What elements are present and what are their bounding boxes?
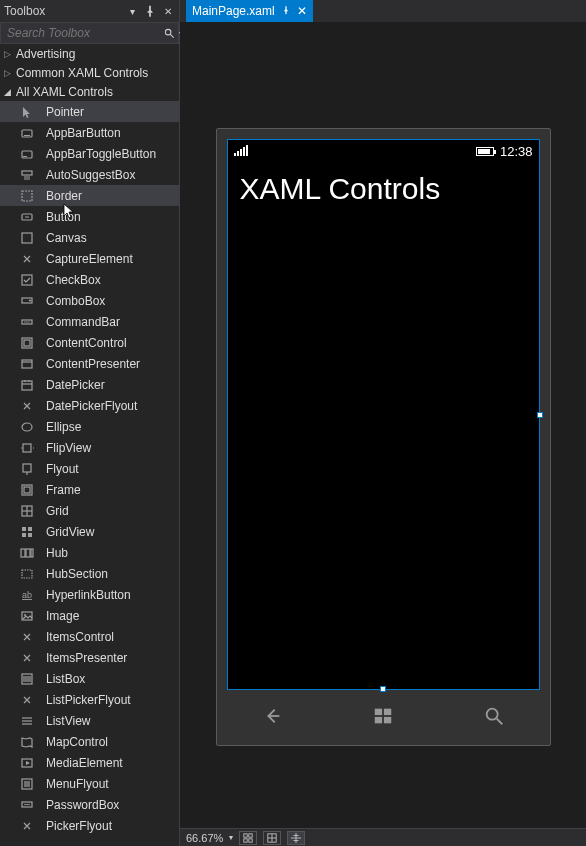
canvas-area[interactable]: 12:38 XAML Controls (180, 22, 586, 828)
ellipse-icon (18, 419, 36, 435)
capture-icon (18, 650, 36, 666)
item-label: ItemsControl (46, 630, 114, 644)
toolbox-item-gridview[interactable]: GridView (0, 521, 179, 542)
toolbox-item-datepickerflyout[interactable]: DatePickerFlyout (0, 395, 179, 416)
item-label: ItemsPresenter (46, 651, 127, 665)
item-label: ListBox (46, 672, 85, 686)
svg-rect-3 (24, 135, 30, 136)
flyout-icon (18, 461, 36, 477)
toolbox-item-canvas[interactable]: Canvas (0, 227, 179, 248)
toolbox-item-captureelement[interactable]: CaptureElement (0, 248, 179, 269)
item-label: Border (46, 189, 82, 203)
item-label: PickerFlyout (46, 819, 112, 833)
category-all-xaml-controls[interactable]: ◢All XAML Controls (0, 82, 179, 101)
svg-rect-68 (249, 833, 252, 836)
back-icon[interactable] (261, 705, 283, 730)
toolbox-item-flyout[interactable]: Flyout (0, 458, 179, 479)
toolbox-item-border[interactable]: Border (0, 185, 179, 206)
svg-point-65 (487, 709, 498, 720)
capture-icon (18, 629, 36, 645)
toolbox-item-image[interactable]: Image (0, 605, 179, 626)
appbarbutton-icon (18, 125, 36, 141)
svg-rect-37 (21, 549, 25, 557)
item-label: Image (46, 609, 79, 623)
toolbox-dropdown-icon[interactable]: ▾ (125, 4, 139, 18)
svg-rect-39 (31, 549, 33, 557)
pin-icon[interactable] (143, 4, 157, 18)
item-label: AutoSuggestBox (46, 168, 135, 182)
toolbox-item-grid[interactable]: Grid (0, 500, 179, 521)
frame-icon (18, 482, 36, 498)
snaplines-toggle-button[interactable] (287, 831, 305, 845)
toolbox-item-hyperlinkbutton[interactable]: abHyperlinkButton (0, 584, 179, 605)
item-label: ListPickerFlyout (46, 693, 131, 707)
combobox-icon (18, 293, 36, 309)
tab-pin-icon[interactable] (281, 5, 291, 17)
phone-screen[interactable]: 12:38 XAML Controls (227, 139, 540, 690)
snap-toggle-button[interactable] (263, 831, 281, 845)
toolbox-item-commandbar[interactable]: CommandBar (0, 311, 179, 332)
toolbox-item-mediaelement[interactable]: MediaElement (0, 752, 179, 773)
toolbox-item-contentcontrol[interactable]: ContentControl (0, 332, 179, 353)
search-nav-icon[interactable] (483, 705, 505, 730)
close-icon[interactable]: ✕ (161, 4, 175, 18)
phone-navbar (217, 690, 550, 745)
toolbox-item-itemspresenter[interactable]: ItemsPresenter (0, 647, 179, 668)
svg-rect-29 (24, 487, 30, 493)
windows-icon[interactable] (372, 705, 394, 730)
toolbox-item-hubsection[interactable]: HubSection (0, 563, 179, 584)
toolbox-item-pickerflyout[interactable]: PickerFlyout (0, 815, 179, 836)
zoom-dropdown-icon[interactable]: ▾ (229, 833, 233, 842)
toolbox-item-mapcontrol[interactable]: MapControl (0, 731, 179, 752)
svg-rect-61 (375, 709, 382, 715)
toolbox-titlebar: Toolbox ▾ ✕ (0, 0, 180, 22)
toolbox-item-appbartogglebutton[interactable]: AppBarToggleButton (0, 143, 179, 164)
item-label: MapControl (46, 735, 108, 749)
autosuggest-icon (18, 167, 36, 183)
toolbox-item-listbox[interactable]: ListBox (0, 668, 179, 689)
toolbox-item-listpickerflyout[interactable]: ListPickerFlyout (0, 689, 179, 710)
svg-point-15 (26, 321, 27, 322)
toolbox-item-datepicker[interactable]: DatePicker (0, 374, 179, 395)
toolbox-item-frame[interactable]: Frame (0, 479, 179, 500)
toolbox-item-checkbox[interactable]: CheckBox (0, 269, 179, 290)
capture-icon (18, 692, 36, 708)
toolbox-item-button[interactable]: Button (0, 206, 179, 227)
grid-toggle-button[interactable] (239, 831, 257, 845)
toolbox-item-itemscontrol[interactable]: ItemsControl (0, 626, 179, 647)
svg-rect-5 (23, 156, 27, 157)
zoom-level[interactable]: 66.67% (186, 832, 223, 844)
toolbox-item-listview[interactable]: ListView (0, 710, 179, 731)
svg-text:ab: ab (22, 590, 32, 600)
toolbox-item-flipview[interactable]: FlipView (0, 437, 179, 458)
item-label: GridView (46, 525, 94, 539)
tab-mainpage[interactable]: MainPage.xaml ✕ (186, 0, 313, 22)
resize-handle[interactable] (537, 412, 543, 418)
toolbox-item-pointer[interactable]: Pointer (0, 101, 179, 122)
svg-rect-27 (23, 464, 31, 472)
toolbox-item-appbarbutton[interactable]: AppBarButton (0, 122, 179, 143)
svg-rect-36 (28, 533, 32, 537)
category-common-xaml-controls[interactable]: ▷Common XAML Controls (0, 63, 179, 82)
toolbox-item-contentpresenter[interactable]: ContentPresenter (0, 353, 179, 374)
signal-icon (234, 146, 248, 156)
toolbox-tree[interactable]: ▷Advertising▷Common XAML Controls◢All XA… (0, 44, 179, 846)
toolbox-item-ellipse[interactable]: Ellipse (0, 416, 179, 437)
item-label: Button (46, 210, 81, 224)
selection-handle[interactable] (380, 686, 386, 692)
toolbox-item-passwordbox[interactable]: PasswordBox (0, 794, 179, 815)
search-input[interactable] (1, 26, 164, 40)
document-tab-well: MainPage.xaml ✕ (180, 0, 586, 22)
tab-close-icon[interactable]: ✕ (297, 4, 307, 18)
category-label: Advertising (16, 47, 75, 61)
toolbox-item-combobox[interactable]: ComboBox (0, 290, 179, 311)
search-icon[interactable] (164, 23, 175, 43)
svg-point-16 (28, 321, 29, 322)
toolbox-item-hub[interactable]: Hub (0, 542, 179, 563)
svg-rect-19 (22, 360, 32, 368)
search-box[interactable]: ▾ (0, 22, 179, 44)
toolbox-item-autosuggestbox[interactable]: AutoSuggestBox (0, 164, 179, 185)
category-advertising[interactable]: ▷Advertising (0, 44, 179, 63)
toolbox-item-menuflyout[interactable]: MenuFlyout (0, 773, 179, 794)
expand-icon: ▷ (4, 68, 14, 78)
